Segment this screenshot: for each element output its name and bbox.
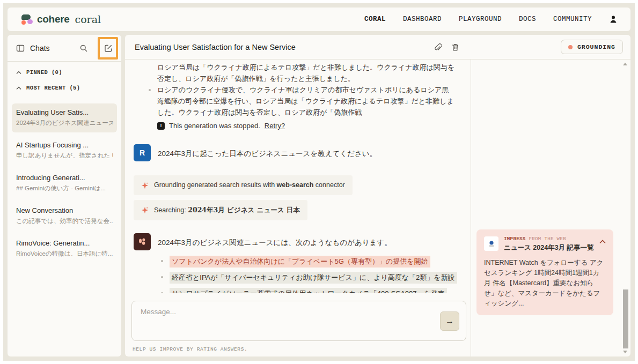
new-chat-compose-icon[interactable] — [104, 44, 113, 53]
send-arrow-icon: → — [445, 316, 454, 326]
trash-icon[interactable] — [451, 43, 459, 51]
chevron-up-icon — [16, 86, 21, 90]
chat-column: ロシア当局は「ウクライナ政府によるテロ攻撃」だと非難しました。ウクライナ政府は関… — [125, 60, 471, 356]
warning-icon: ! — [157, 122, 165, 130]
assistant-message: 2024年3月のビジネス関連ニュースには、次のようなものがあります。 ソフトバン… — [134, 233, 461, 293]
nav-item-dashboard[interactable]: DASHBOARD — [403, 16, 442, 23]
nav-item-community[interactable]: COMMUNITY — [553, 16, 592, 23]
search-icon[interactable] — [79, 44, 88, 53]
chat-title: New Conversation — [16, 206, 113, 214]
grounding-step-text: Grounding generated search results with … — [154, 180, 345, 191]
logo-product-text: coral — [75, 13, 101, 25]
citation-span[interactable]: 経産省とIPAが「サイバーセキュリティお助け隊サービス」に、より高度な「2類」を… — [170, 272, 457, 284]
chat-title: RimoVoice: Generatin... — [16, 239, 113, 247]
retry-link[interactable]: Retry? — [265, 120, 285, 131]
chat-list: Evaluating User Satis... 2024年3月のビジネス関連ニ… — [8, 102, 121, 268]
sparkle-icon — [141, 182, 149, 189]
bullet-dot — [161, 260, 163, 262]
rating-hint-text: HELP US IMPROVE BY RATING ANSWERS. — [133, 346, 471, 352]
pinned-section-toggle[interactable]: PINNED (0) — [16, 69, 113, 76]
chat-preview: ## Geminiの使い方 - Geminiは... — [16, 184, 113, 192]
conversation-header: Evaluating User Satisfaction for a New S… — [125, 35, 630, 60]
nav-item-playground[interactable]: PLAYGROUND — [459, 16, 502, 23]
grounding-label: GROUNDING — [577, 43, 615, 50]
nav-item-coral[interactable]: CORAL — [364, 16, 386, 23]
grounding-status-dot — [568, 45, 573, 49]
user-message: R 2024年3月に起こった日本のビジネスニュースを教えてください。 — [134, 144, 461, 161]
app-frame: cohere coral CORAL DASHBOARD PLAYGROUND … — [3, 3, 635, 361]
logo-brand-text: cohere — [37, 13, 70, 25]
stopped-assistant-message: ロシア当局は「ウクライナ政府によるテロ攻撃」だと非難しました。ウクライナ政府は関… — [134, 62, 461, 131]
source-favicon — [484, 236, 498, 251]
searching-step-text: Searching: 2024年3月 ビジネス ニュース 日本 — [154, 204, 300, 216]
message-input[interactable] — [141, 308, 428, 316]
bullet-dot — [161, 276, 163, 278]
sidebar-collapse-icon[interactable] — [16, 44, 25, 53]
chat-list-item[interactable]: New Conversation この記事では、効率的で活発な会... — [12, 202, 117, 231]
sparkle-icon — [141, 206, 149, 214]
conversation-title: Evaluating User Satisfaction for a New S… — [135, 43, 433, 51]
bullet-dot — [149, 89, 151, 91]
user-account-icon[interactable] — [609, 15, 618, 24]
coral-bot-avatar — [134, 233, 151, 250]
citation-span-active[interactable]: ソフトバンクが法人や自治体向けに「プライベート5G（専有型）」の提供を開始 — [170, 256, 430, 268]
paperclip-icon[interactable] — [433, 43, 442, 51]
panel-scrollbar[interactable] — [621, 62, 629, 354]
primary-nav: CORAL DASHBOARD PLAYGROUND DOCS COMMUNIT… — [364, 15, 618, 24]
message-scroll-area[interactable]: ロシア当局は「ウクライナ政府によるテロ攻撃」だと非難しました。ウクライナ政府は関… — [125, 60, 471, 293]
chat-title: Introducing Generati... — [16, 174, 113, 182]
chevron-up-icon — [16, 71, 21, 75]
sidebar-sections: PINNED (0) MOST RECENT (5) — [8, 62, 121, 102]
scroll-up-arrow[interactable] — [623, 63, 627, 65]
citation-source-line: IMPRESS FROM THE WEB — [504, 236, 594, 242]
chat-list-item[interactable]: AI Startups Focusing ... 申し訳ありませんが、指定された… — [12, 136, 117, 165]
message-bullet: ロシアのウクライナ侵攻で、ウクライナ軍はクリミアの都市セヴァストポリにあるロシア… — [157, 84, 456, 118]
cohere-logo-icon — [20, 14, 33, 25]
chat-preview: 申し訳ありませんが、指定された UR... — [16, 152, 113, 160]
scroll-down-arrow[interactable] — [623, 351, 627, 353]
citation-span[interactable]: サンワサプライがソーラー蓄電式の屋外用ネットワークカメラ「400-SSA007」… — [170, 288, 447, 293]
user-message-text: 2024年3月に起こった日本のビジネスニュースを教えてください。 — [158, 144, 377, 161]
sidebar-title: Chats — [30, 44, 79, 53]
send-button[interactable]: → — [440, 311, 459, 331]
collapse-chevron-icon[interactable] — [599, 236, 606, 244]
chat-list-item[interactable]: Introducing Generati... ## Geminiの使い方 - … — [12, 169, 117, 198]
pinned-section-label: PINNED (0) — [26, 69, 62, 76]
generation-stopped-text: This generation was stopped. — [169, 120, 260, 131]
chat-list-item[interactable]: Evaluating User Satis... 2024年3月のビジネス関連ニ… — [12, 103, 117, 132]
nav-item-docs[interactable]: DOCS — [519, 16, 536, 23]
chat-list-item[interactable]: RimoVoice: Generatin... RimoVoiceの特徴は、日本… — [12, 234, 117, 263]
user-avatar: R — [134, 144, 151, 161]
chat-preview: 2024年3月のビジネス関連ニュース... — [16, 119, 113, 127]
recent-section-toggle[interactable]: MOST RECENT (5) — [16, 85, 113, 91]
top-navigation-bar: cohere coral CORAL DASHBOARD PLAYGROUND … — [8, 8, 630, 31]
bullet-dot — [161, 292, 163, 293]
assistant-intro-text: 2024年3月のビジネス関連ニュースには、次のようなものがあります。 — [158, 233, 461, 248]
message-composer: → — [131, 301, 466, 341]
grounding-toggle-button[interactable]: GROUNDING — [561, 40, 623, 54]
citation-title: ニュース 2024年3月 記事一覧 - INT... — [504, 243, 594, 252]
recent-section-label: MOST RECENT (5) — [26, 85, 80, 91]
sidebar-header: Chats — [8, 35, 121, 62]
chat-title: Evaluating User Satis... — [16, 108, 113, 116]
main-panel: Evaluating User Satisfaction for a New S… — [125, 35, 630, 356]
chat-title: AI Startups Focusing ... — [16, 141, 113, 149]
searching-step: Searching: 2024年3月 ビジネス ニュース 日本 — [134, 200, 307, 220]
chat-preview: RimoVoiceの特徴は、日本語に特... — [16, 250, 113, 258]
citation-card[interactable]: IMPRESS FROM THE WEB ニュース 2024年3月 記事一覧 -… — [476, 229, 613, 315]
chats-sidebar: Chats PINNED (0) — [8, 35, 121, 356]
cohere-coral-logo[interactable]: cohere coral — [20, 13, 101, 25]
citations-panel: IMPRESS FROM THE WEB ニュース 2024年3月 記事一覧 -… — [471, 60, 630, 356]
grounding-step: Grounding generated search results with … — [134, 175, 353, 195]
citation-snippet: INTERNET Watch をフォローする アクセスランキング 1時間24時間… — [484, 258, 606, 309]
chat-preview: この記事では、効率的で活発な会... — [16, 217, 113, 225]
scrollbar-thumb[interactable] — [623, 289, 628, 348]
message-paragraph: ロシア当局は「ウクライナ政府によるテロ攻撃」だと非難しました。ウクライナ政府は関… — [134, 62, 456, 84]
